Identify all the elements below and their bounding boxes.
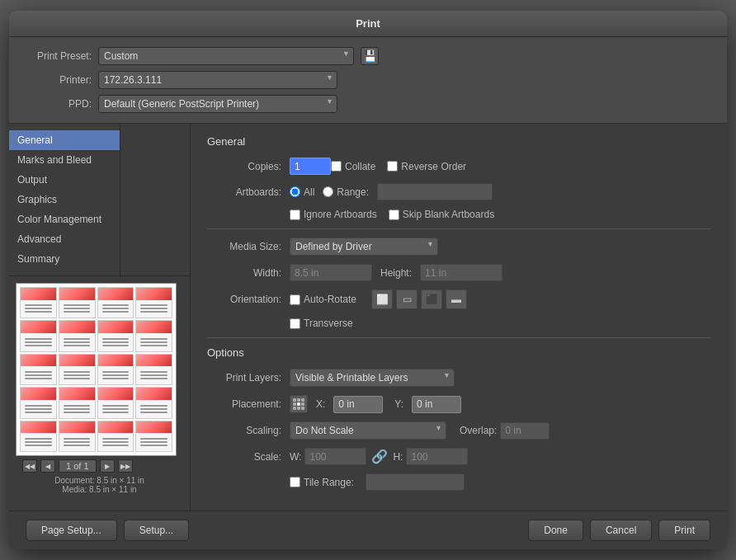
preview-cell — [59, 320, 96, 351]
preset-select[interactable]: Custom — [98, 47, 354, 65]
preset-row: Print Preset: Custom 💾 — [26, 47, 710, 65]
done-button[interactable]: Done — [528, 520, 583, 541]
sidebar-item-marks-bleed[interactable]: Marks and Bleed — [9, 150, 120, 170]
last-page-button[interactable]: ▶▶ — [118, 459, 133, 473]
printer-select[interactable]: 172.26.3.111 — [98, 71, 337, 89]
scaling-row: Scaling: Do Not Scale Overlap: — [207, 421, 710, 440]
placement-xy-row: X: Y: — [311, 396, 461, 413]
collate-checkbox-wrap: Collate — [331, 161, 375, 172]
range-radio-wrap: Range: — [323, 186, 369, 198]
auto-rotate-checkbox[interactable] — [290, 294, 300, 305]
overlap-input[interactable] — [500, 422, 550, 440]
bottom-left-buttons: Page Setup... Setup... — [26, 520, 189, 541]
preview-cell — [135, 354, 172, 385]
media-size-select[interactable]: Defined by Driver — [290, 238, 438, 256]
ignore-skip-row: Ignore Artboards Skip Blank Artboards — [290, 209, 710, 220]
main-body: General Marks and Bleed Output Graphics … — [9, 124, 727, 511]
content-area: General Copies: Collate Reverse Order Ar… — [191, 124, 727, 511]
transverse-wrap: Transverse — [290, 318, 353, 329]
ppd-select[interactable]: Default (Generic PostScript Printer) — [98, 95, 337, 113]
placement-dot-mc — [297, 402, 300, 406]
preview-cell — [97, 320, 134, 351]
options-divider — [207, 337, 710, 338]
setup-button[interactable]: Setup... — [124, 520, 189, 541]
doc-size-line1: Document: 8.5 in × 11 in — [16, 476, 183, 485]
h-input[interactable] — [406, 448, 468, 465]
prev-page-button[interactable]: ◀ — [40, 459, 55, 473]
placement-dot-bc — [297, 407, 300, 410]
reverse-order-checkbox[interactable] — [387, 161, 398, 172]
portrait-flip-button[interactable]: ⬛ — [421, 289, 442, 309]
sidebar-item-advanced[interactable]: Advanced — [9, 229, 120, 249]
placement-icon[interactable] — [290, 395, 308, 413]
copies-row: Copies: Collate Reverse Order — [207, 158, 710, 175]
copies-input[interactable] — [290, 158, 331, 175]
print-layers-select[interactable]: Visible & Printable Layers — [290, 369, 455, 387]
sidebar-item-summary[interactable]: Summary — [9, 249, 120, 269]
save-preset-button[interactable]: 💾 — [361, 47, 379, 65]
copies-label: Copies: — [207, 161, 281, 172]
placement-dot-bl — [293, 407, 296, 410]
media-size-label: Media Size: — [207, 241, 281, 252]
landscape-flip-button[interactable]: ▬ — [446, 289, 467, 309]
print-layers-row: Print Layers: Visible & Printable Layers — [207, 369, 710, 387]
scaling-select-wrapper: Do Not Scale — [290, 421, 446, 440]
scale-wh-row: Scale: W: 🔗 H: — [207, 448, 710, 465]
placement-dot-br — [301, 407, 304, 410]
preview-cell — [59, 287, 96, 318]
sidebar-item-general[interactable]: General — [9, 130, 120, 150]
sidebar: General Marks and Bleed Output Graphics … — [9, 124, 120, 275]
sidebar-item-graphics[interactable]: Graphics — [9, 190, 120, 209]
print-button[interactable]: Print — [658, 520, 710, 541]
first-page-button[interactable]: ◀◀ — [22, 459, 37, 473]
placement-row: Placement: X: Y: — [207, 395, 710, 413]
dialog-title: Print — [356, 17, 380, 30]
tile-range-input[interactable] — [366, 473, 465, 491]
height-label: Height: — [380, 267, 412, 279]
page-setup-button[interactable]: Page Setup... — [26, 520, 117, 541]
preview-nav: ◀◀ ◀ 1 of 1 ▶ ▶▶ — [16, 456, 183, 476]
height-input[interactable] — [420, 264, 502, 281]
sidebar-item-output[interactable]: Output — [9, 170, 120, 190]
preview-cell — [59, 354, 96, 385]
all-radio[interactable] — [290, 186, 300, 197]
range-radio[interactable] — [323, 186, 333, 197]
tile-range-wrap: Tile Range: — [290, 477, 354, 488]
next-page-button[interactable]: ▶ — [100, 459, 115, 473]
sidebar-item-color-management[interactable]: Color Management — [9, 209, 120, 229]
tile-range-row: Tile Range: — [207, 473, 710, 491]
range-input[interactable] — [377, 183, 493, 200]
ignore-artboards-checkbox[interactable] — [290, 209, 300, 220]
landscape-button[interactable]: ▭ — [396, 289, 418, 309]
placement-dot-tr — [301, 398, 304, 402]
preview-grid — [17, 284, 176, 455]
portrait-button[interactable]: ⬜ — [371, 289, 393, 309]
artboards-row: Artboards: All Range: — [207, 183, 710, 200]
bottom-right-buttons: Done Cancel Print — [528, 520, 710, 541]
collate-checkbox[interactable] — [331, 161, 342, 172]
width-height-row: Width: Height: — [207, 264, 710, 281]
cancel-button[interactable]: Cancel — [590, 520, 652, 541]
preview-cell — [97, 421, 134, 452]
transverse-checkbox[interactable] — [290, 318, 300, 329]
skip-blank-checkbox[interactable] — [389, 209, 399, 220]
width-input[interactable] — [290, 264, 372, 281]
preview-area: ◀◀ ◀ 1 of 1 ▶ ▶▶ Document: 8.5 in × 11 i… — [9, 275, 190, 504]
all-label: All — [304, 186, 314, 198]
h-label: H: — [393, 451, 403, 463]
w-input[interactable] — [304, 448, 366, 465]
scaling-select[interactable]: Do Not Scale — [290, 421, 446, 440]
general-section-title: General — [207, 135, 710, 148]
x-input[interactable] — [333, 396, 383, 413]
preview-cell — [135, 287, 172, 318]
preview-cell — [59, 421, 96, 452]
overlap-label: Overlap: — [460, 425, 497, 436]
all-radio-wrap: All — [290, 186, 314, 198]
y-input[interactable] — [412, 396, 461, 413]
media-size-row: Media Size: Defined by Driver — [207, 238, 710, 256]
print-layers-label: Print Layers: — [207, 372, 281, 384]
bottom-bar: Page Setup... Setup... Done Cancel Print — [9, 511, 727, 549]
tile-range-checkbox[interactable] — [290, 477, 300, 487]
preview-cell — [20, 421, 57, 452]
divider — [207, 228, 710, 229]
